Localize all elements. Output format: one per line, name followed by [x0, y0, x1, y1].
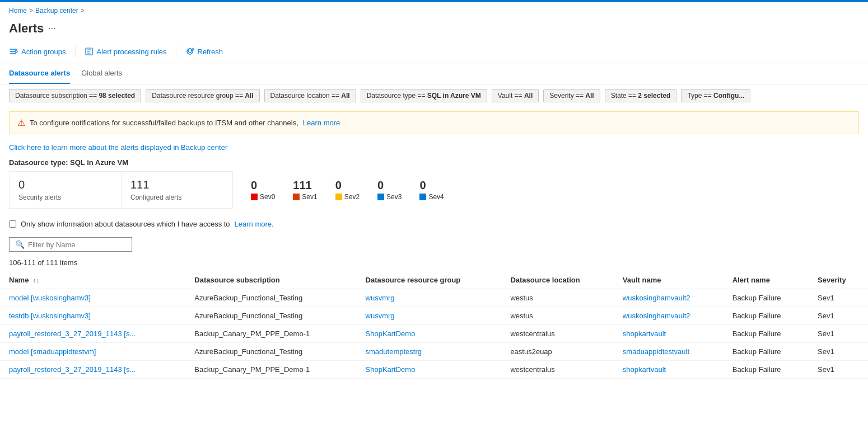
vault-link[interactable]: shopkartvault	[623, 365, 666, 374]
sev1-count: 111	[293, 179, 311, 192]
search-input[interactable]	[28, 241, 126, 249]
breadcrumb: Home > Backup center >	[0, 2, 868, 19]
access-checkbox[interactable]	[9, 220, 16, 228]
tab-global-alerts[interactable]: Global alerts	[81, 63, 122, 84]
cell-name: model [smaduappidtestvm]	[0, 343, 185, 361]
toolbar-sep-1	[75, 46, 76, 57]
cell-alert-name: Backup Failure	[724, 289, 809, 307]
breadcrumb-backup-center[interactable]: Backup center	[35, 7, 78, 15]
page-more-icon[interactable]: ···	[48, 23, 55, 34]
access-learn-more-link[interactable]: Learn more.	[235, 220, 274, 228]
breadcrumb-home[interactable]: Home	[9, 7, 27, 15]
warning-learn-more-link[interactable]: Learn more	[303, 119, 340, 127]
filters-bar: Datasource subscription == 98 selected D…	[0, 84, 868, 107]
cell-vault: shopkartvault	[614, 325, 724, 343]
sev2-stat: 0 Sev2	[335, 179, 360, 201]
cell-severity: Sev1	[809, 343, 868, 361]
sev2-count: 0	[335, 179, 342, 192]
cell-vault: wuskosinghamvault2	[614, 289, 724, 307]
sev1-dot	[293, 194, 300, 200]
sev0-count: 0	[251, 179, 257, 192]
configured-alerts-label: Configured alerts	[130, 194, 223, 201]
severity-stats: 0 Sev0 111 Sev1 0 Sev2 0 Sev3	[233, 171, 444, 209]
search-icon: 🔍	[15, 240, 25, 249]
tab-datasource-alerts[interactable]: Datasource alerts	[9, 63, 70, 84]
table-row: model [smaduappidtestvm] AzureBackup_Fun…	[0, 343, 868, 361]
svg-point-0	[15, 50, 17, 53]
vault-link[interactable]: smaduappidtestvault	[623, 347, 689, 356]
cell-resource-group: smadutemptestrg	[357, 343, 502, 361]
breadcrumb-sep1: >	[29, 7, 33, 15]
cell-vault: shopkartvault	[614, 361, 724, 379]
cell-alert-name: Backup Failure	[724, 343, 809, 361]
filter-type[interactable]: Type == Configu...	[681, 89, 750, 102]
name-link[interactable]: model [wuskosinghamv3]	[9, 294, 91, 302]
access-checkbox-row: Only show information about datasources …	[0, 215, 868, 237]
sev4-stat: 0 Sev4	[419, 179, 444, 201]
table-row: model [wuskosinghamv3] AzureBackup_Funct…	[0, 289, 868, 307]
col-header-name[interactable]: Name ↑↓	[0, 271, 185, 289]
cell-location: westcentralus	[501, 325, 613, 343]
cell-severity: Sev1	[809, 325, 868, 343]
action-groups-button[interactable]: Action groups	[9, 45, 66, 58]
cell-subscription: Backup_Canary_PM_PPE_Demo-1	[185, 325, 356, 343]
cell-subscription: Backup_Canary_PM_PPE_Demo-1	[185, 361, 356, 379]
cell-name: model [wuskosinghamv3]	[0, 289, 185, 307]
name-link[interactable]: payroll_restored_3_27_2019_1143 [s...	[9, 365, 136, 374]
vault-link[interactable]: wuskosinghamvault2	[623, 312, 690, 320]
cell-name: testdb [wuskosinghamv3]	[0, 307, 185, 325]
col-header-severity[interactable]: Severity	[809, 271, 868, 289]
col-header-alert-name[interactable]: Alert name	[724, 271, 809, 289]
cell-subscription: AzureBackup_Functional_Testing	[185, 307, 356, 325]
warning-text: To configure notifications for successfu…	[30, 119, 298, 127]
table-row: payroll_restored_3_27_2019_1143 [s... Ba…	[0, 325, 868, 343]
col-header-vault[interactable]: Vault name	[614, 271, 724, 289]
col-header-subscription[interactable]: Datasource subscription	[185, 271, 356, 289]
filter-resource-group[interactable]: Datasource resource group == All	[146, 89, 259, 102]
filter-subscription[interactable]: Datasource subscription == 98 selected	[9, 89, 141, 102]
alert-processing-rules-button[interactable]: Alert processing rules	[85, 45, 167, 58]
datasource-type-label: Datasource type: SQL in Azure VM	[0, 156, 868, 171]
resource-group-link[interactable]: wusvmrg	[366, 312, 395, 320]
configured-alerts-count: 111	[130, 178, 223, 191]
security-alerts-card: 0 Security alerts	[9, 171, 121, 209]
resource-group-link[interactable]: ShopKartDemo	[366, 329, 416, 338]
filter-location[interactable]: Datasource location == All	[264, 89, 356, 102]
filter-vault[interactable]: Vault == All	[492, 89, 539, 102]
cell-location: westus	[501, 289, 613, 307]
table-row: testdb [wuskosinghamv3] AzureBackup_Func…	[0, 307, 868, 325]
page-header: Alerts ···	[0, 19, 868, 40]
items-count: 106-111 of 111 items	[0, 256, 868, 271]
resource-group-link[interactable]: ShopKartDemo	[366, 365, 416, 374]
action-groups-icon	[9, 47, 18, 56]
col-header-resource-group[interactable]: Datasource resource group	[357, 271, 502, 289]
filter-datasource-type[interactable]: Datasource type == SQL in Azure VM	[361, 89, 487, 102]
tabs-bar: Datasource alerts Global alerts	[0, 63, 868, 84]
filter-state[interactable]: State == 2 selected	[605, 89, 677, 102]
cell-vault: smaduappidtestvault	[614, 343, 724, 361]
refresh-button[interactable]: Refresh	[185, 45, 223, 58]
sev4-dot	[419, 194, 426, 200]
name-link[interactable]: payroll_restored_3_27_2019_1143 [s...	[9, 329, 136, 338]
sev1-stat: 111 Sev1	[293, 179, 317, 201]
info-alerts-link[interactable]: Click here to learn more about the alert…	[0, 139, 868, 156]
resource-group-link[interactable]: smadutemptestrg	[366, 347, 422, 356]
cell-name: payroll_restored_3_27_2019_1143 [s...	[0, 325, 185, 343]
cell-subscription: AzureBackup_Functional_Testing	[185, 343, 356, 361]
name-link[interactable]: model [smaduappidtestvm]	[9, 347, 96, 356]
filter-severity[interactable]: Severity == All	[543, 89, 600, 102]
sort-icon-name[interactable]: ↑↓	[33, 277, 39, 284]
cell-severity: Sev1	[809, 307, 868, 325]
resource-group-link[interactable]: wusvmrg	[366, 294, 395, 302]
col-header-location[interactable]: Datasource location	[501, 271, 613, 289]
vault-link[interactable]: shopkartvault	[623, 329, 666, 338]
configured-alerts-card[interactable]: 111 Configured alerts	[121, 171, 233, 209]
page-title: Alerts	[9, 21, 44, 36]
cell-name: payroll_restored_3_27_2019_1143 [s...	[0, 361, 185, 379]
sev0-label: Sev0	[260, 193, 275, 201]
vault-link[interactable]: wuskosinghamvault2	[623, 294, 690, 302]
name-link[interactable]: testdb [wuskosinghamv3]	[9, 312, 91, 320]
cell-location: westcentralus	[501, 361, 613, 379]
cell-resource-group: wusvmrg	[357, 307, 502, 325]
sev3-label: Sev3	[386, 193, 402, 201]
